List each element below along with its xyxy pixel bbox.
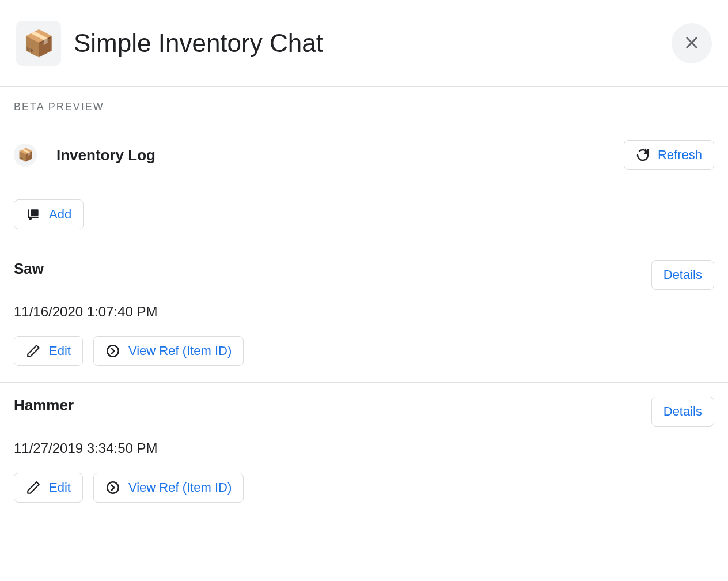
close-icon	[684, 35, 700, 52]
view-ref-button[interactable]: View Ref (Item ID)	[93, 336, 244, 366]
item-actions: Edit View Ref (Item ID)	[14, 336, 714, 366]
details-button[interactable]: Details	[651, 260, 714, 290]
svg-rect-2	[31, 209, 39, 216]
app-title: Simple Inventory Chat	[74, 29, 672, 58]
view-ref-label: View Ref (Item ID)	[128, 480, 232, 495]
details-label: Details	[663, 404, 702, 419]
section-header: 📦 Inventory Log Refresh	[0, 127, 728, 183]
package-icon: 📦	[14, 144, 37, 167]
item-timestamp: 11/27/2019 3:34:50 PM	[14, 440, 714, 456]
add-button[interactable]: Add	[14, 199, 84, 229]
svg-point-6	[107, 345, 119, 357]
close-button[interactable]	[672, 23, 712, 63]
add-row: Add	[0, 183, 728, 246]
edit-label: Edit	[49, 480, 71, 495]
svg-rect-5	[28, 217, 38, 218]
view-ref-button[interactable]: View Ref (Item ID)	[93, 473, 244, 503]
refresh-icon	[636, 148, 650, 162]
item-actions: Edit View Ref (Item ID)	[14, 473, 714, 503]
view-ref-label: View Ref (Item ID)	[128, 344, 232, 359]
app-header: 📦 Simple Inventory Chat	[0, 0, 728, 87]
details-button[interactable]: Details	[651, 397, 714, 427]
edit-button[interactable]: Edit	[14, 336, 83, 366]
svg-rect-3	[28, 209, 29, 217]
dolly-icon	[26, 207, 41, 222]
refresh-label: Refresh	[658, 148, 702, 163]
beta-preview-row: BETA PREVIEW	[0, 87, 728, 127]
item-name: Hammer	[14, 397, 74, 414]
inventory-item: Saw Details 11/16/2020 1:07:40 PM Edit V…	[0, 246, 728, 383]
add-label: Add	[49, 207, 71, 222]
section-title: Inventory Log	[56, 146, 624, 164]
refresh-button[interactable]: Refresh	[624, 140, 714, 170]
chevron-circle-icon	[105, 480, 120, 495]
package-icon: 📦	[16, 21, 61, 66]
edit-button[interactable]: Edit	[14, 473, 83, 503]
details-label: Details	[663, 267, 702, 282]
edit-label: Edit	[49, 344, 71, 359]
chevron-circle-icon	[105, 344, 120, 359]
beta-preview-label: BETA PREVIEW	[14, 101, 714, 113]
svg-point-7	[107, 482, 119, 493]
pencil-icon	[26, 344, 41, 359]
item-name: Saw	[14, 260, 44, 278]
item-timestamp: 11/16/2020 1:07:40 PM	[14, 304, 714, 320]
pencil-icon	[26, 480, 41, 495]
inventory-item: Hammer Details 11/27/2019 3:34:50 PM Edi…	[0, 383, 728, 519]
